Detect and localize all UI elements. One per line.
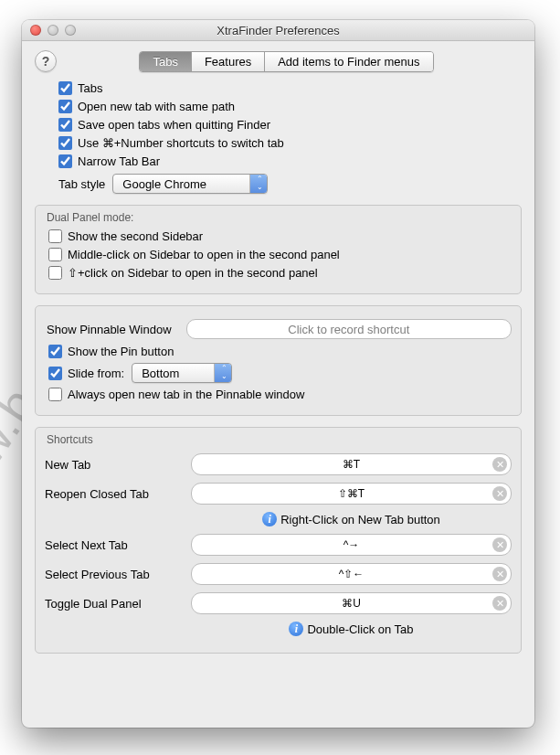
check-shift-click[interactable] [48, 266, 62, 280]
shortcut-reopen-value: ⇧⌘T [338, 487, 365, 500]
shortcut-next-tab-value: ^→ [343, 538, 360, 551]
info-icon: i [262, 512, 277, 526]
hint-double-click-text: Double-Click on Tab [307, 622, 413, 636]
group-shortcuts: Shortcuts New Tab ⌘T ✕ Reopen Closed Tab… [35, 427, 522, 654]
slide-from-select[interactable]: Bottom [132, 363, 232, 383]
shortcut-toggle-dual-label: Toggle Dual Panel [45, 597, 191, 611]
check-second-sidebar[interactable] [48, 229, 62, 243]
check-always-pinnable-label: Always open new tab in the Pinnable wind… [68, 388, 304, 401]
shortcut-toggle-dual-field[interactable]: ⌘U ✕ [191, 592, 512, 614]
canvas: www.best-mac-tips.com XtraFinder Prefere… [0, 0, 560, 755]
shortcut-new-tab-label: New Tab [45, 458, 191, 472]
check-slide-from[interactable] [48, 367, 62, 380]
check-show-pin[interactable] [48, 345, 62, 358]
shortcut-prev-tab-label: Select Previous Tab [45, 568, 191, 581]
check-second-sidebar-label: Show the second Sidebar [68, 229, 203, 243]
hint-new-tab: i Right-Click on New Tab button [191, 512, 512, 526]
pinnable-show-label: Show Pinnable Window [47, 323, 172, 336]
clear-icon[interactable]: ✕ [492, 486, 507, 501]
check-open-same-path[interactable] [58, 100, 72, 113]
clear-icon[interactable]: ✕ [492, 537, 507, 552]
group-shortcuts-title: Shortcuts [47, 433, 512, 446]
check-narrow-tabbar-label: Narrow Tab Bar [78, 154, 160, 168]
content-area: ? Tabs Features Add items to Finder menu… [22, 41, 534, 666]
main-check-list: Tabs Open new tab with same path Save op… [35, 81, 522, 194]
shortcut-new-tab-field[interactable]: ⌘T ✕ [191, 453, 512, 475]
shortcut-reopen-field[interactable]: ⇧⌘T ✕ [191, 483, 512, 505]
clear-icon[interactable]: ✕ [492, 596, 507, 611]
check-cmd-number-label: Use ⌘+Number shortcuts to switch tab [78, 136, 284, 150]
check-tabs[interactable] [58, 81, 72, 95]
window-title: XtraFinder Preferences [22, 24, 534, 37]
check-open-same-path-label: Open new tab with same path [78, 100, 235, 113]
pinnable-shortcut-placeholder: Click to record shortcut [288, 323, 409, 336]
slide-from-label: Slide from: [68, 367, 124, 380]
group-dual-panel-title: Dual Panel mode: [47, 211, 512, 224]
tab-style-select[interactable]: Google Chrome [112, 174, 268, 194]
shortcut-reopen-label: Reopen Closed Tab [45, 487, 191, 501]
check-always-pinnable[interactable] [48, 388, 62, 401]
group-pinnable: Show Pinnable Window Click to record sho… [35, 305, 522, 416]
tab-tabs[interactable]: Tabs [140, 52, 191, 71]
check-show-pin-label: Show the Pin button [68, 345, 174, 358]
pinnable-shortcut-field[interactable]: Click to record shortcut [186, 319, 512, 339]
shortcut-new-tab-value: ⌘T [343, 458, 360, 471]
prefs-window: XtraFinder Preferences ? Tabs Features A… [22, 20, 534, 728]
check-narrow-tabbar[interactable] [58, 154, 72, 168]
clear-icon[interactable]: ✕ [492, 457, 507, 472]
shortcut-next-tab-label: Select Next Tab [45, 538, 191, 552]
clear-icon[interactable]: ✕ [492, 567, 507, 581]
tab-bar-row: ? Tabs Features Add items to Finder menu… [35, 50, 522, 72]
hint-new-tab-text: Right-Click on New Tab button [280, 513, 440, 526]
shortcut-next-tab-field[interactable]: ^→ ✕ [191, 534, 512, 556]
title-bar: XtraFinder Preferences [22, 20, 534, 41]
check-shift-click-label: ⇧+click on Sidebar to open in the second… [68, 266, 318, 280]
shortcut-prev-tab-value: ^⇧← [339, 568, 365, 580]
hint-double-click: i Double-Click on Tab [191, 622, 512, 636]
group-dual-panel: Dual Panel mode: Show the second Sidebar… [35, 205, 522, 294]
tab-style-label: Tab style [58, 177, 105, 191]
info-icon: i [289, 622, 303, 636]
shortcut-prev-tab-field[interactable]: ^⇧← ✕ [191, 563, 512, 585]
tab-style-select-wrap: Google Chrome [112, 174, 268, 194]
segmented-tabs: Tabs Features Add items to Finder menus [139, 51, 433, 72]
check-save-tabs[interactable] [58, 118, 72, 132]
tab-add-items[interactable]: Add items to Finder menus [265, 52, 432, 71]
check-middle-click[interactable] [48, 248, 62, 261]
check-middle-click-label: Middle-click on Sidebar to open in the s… [68, 248, 340, 261]
slide-from-select-wrap: Bottom [132, 363, 232, 383]
help-button[interactable]: ? [35, 50, 57, 72]
tab-features[interactable]: Features [192, 52, 265, 71]
check-tabs-label: Tabs [78, 81, 102, 95]
check-cmd-number[interactable] [58, 136, 72, 150]
shortcut-toggle-dual-value: ⌘U [342, 597, 361, 610]
check-save-tabs-label: Save open tabs when quitting Finder [78, 118, 270, 132]
